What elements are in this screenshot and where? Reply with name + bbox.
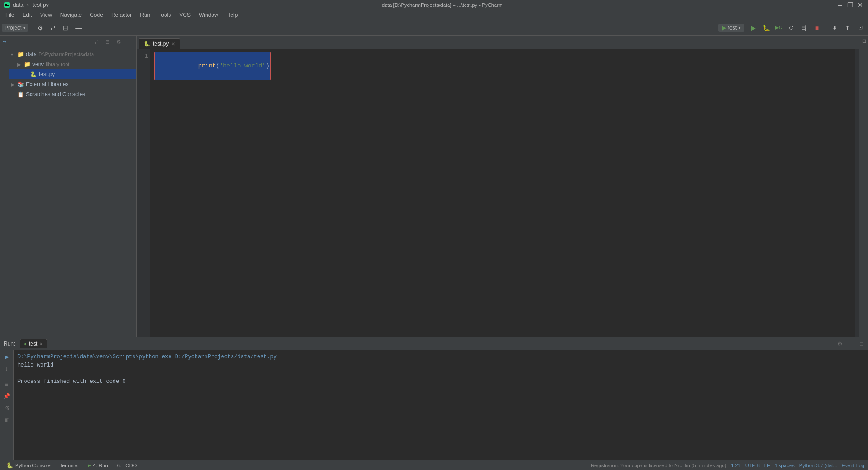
bottom-content: ▶ ↓ ≡ 📌 🖨 🗑 D:\PycharmProjects\data\venv… [0,350,868,460]
editor-tab-label: test.py [153,41,169,47]
status-bar: 🐍 Python Console Terminal ▶ 4: Run 6: TO… [0,460,868,470]
profile-button[interactable]: ⏱ [785,22,797,34]
minimize-button[interactable]: – [836,1,844,9]
right-sidebar: ⊞ [859,36,868,337]
stop-button[interactable]: ■ [811,22,823,34]
python-version[interactable]: Python 3.7 (dat... [799,463,837,468]
run-action-print[interactable]: 🖨 [2,403,12,413]
project-label: Project [5,25,21,31]
bottom-settings-button[interactable]: ⚙ [835,339,844,348]
terminal-toolbar-button[interactable]: ⊡ [854,22,866,34]
python-console-tab[interactable]: 🐍 Python Console [4,461,53,470]
settings-toolbar-button[interactable]: ⚙ [34,22,46,34]
app-icon [4,2,10,8]
code-area[interactable]: print('hello world') [150,49,855,337]
editor-tab-test-py[interactable]: 🐍 test.py ✕ [139,38,180,49]
tree-arrow-ext-libs: ▶ [11,82,17,87]
python-console-label: Python Console [15,463,51,468]
output-line-1: D:\PycharmProjects\data\venv\Scripts\pyt… [17,353,864,361]
menu-item-edit[interactable]: Edit [19,11,36,19]
run-tab-label: test [29,341,37,347]
menu-item-refactor[interactable]: Refactor [108,11,135,19]
tree-label-venv: venv [32,61,44,67]
toolbar-separator [31,23,31,33]
sync-toolbar-button[interactable]: ⇄ [47,22,59,34]
encoding[interactable]: UTF-8 [745,463,760,468]
run-configuration-selector[interactable]: ▶ test ▾ [718,24,744,32]
folder-icon-ext-libs: 📚 [17,81,24,88]
line-separator[interactable]: LF [764,463,770,468]
bottom-left-icons: ▶ ↓ ≡ 📌 🖨 🗑 [0,350,14,460]
close-button[interactable]: ✕ [856,1,864,9]
python-console-icon: 🐍 [6,462,13,469]
run-tab-icon: ● [24,341,27,346]
bottom-panel-tabs: Run: ● test ✕ ⚙ — □ [0,337,868,350]
run-action-list[interactable]: ≡ [2,379,12,389]
run-tab-close[interactable]: ✕ [39,341,43,346]
folder-icon-data: 📁 [17,51,24,57]
layout-toolbar-button[interactable]: ⊟ [60,22,72,34]
right-sidebar-label[interactable]: ⊞ [860,37,868,45]
editor-content: 1 print('hello world') [137,49,859,337]
run-action-delete[interactable]: 🗑 [2,415,12,425]
tree-item-external-libs[interactable]: ▶ 📚 External Libraries [9,79,136,89]
line-number-1: 1 [139,52,148,61]
run-config-icon: ▶ [722,25,726,31]
right-gutter [855,49,859,337]
scratch-icon: 📋 [17,91,24,98]
menu-item-view[interactable]: View [36,11,56,19]
run-tab-test[interactable]: ● test ✕ [20,339,47,348]
file-tree-settings-button[interactable]: ⚙ [114,37,124,47]
cursor-position[interactable]: 1:21 [731,463,740,468]
concurrency-diagram-button[interactable]: ⇶ [798,22,810,34]
svg-rect-2 [5,5,9,6]
run-config-label: test [728,25,737,31]
terminal-tab[interactable]: Terminal [57,462,82,469]
menu-item-code[interactable]: Code [86,11,107,19]
vcs-push-button[interactable]: ⬆ [842,22,853,34]
menu-item-navigate[interactable]: Navigate [57,11,85,19]
file-tree-minimize-button[interactable]: — [124,37,134,47]
bottom-maximize-button[interactable]: □ [857,339,866,348]
tree-sublabel-venv: library root [46,62,69,67]
project-selector[interactable]: Project ▾ [2,24,28,32]
title-bar: data › test.py data [D:\PycharmProjects\… [0,0,868,10]
tree-item-venv[interactable]: ▶ 📁 venv library root [9,59,136,69]
todo-label: 6: TODO [117,463,137,468]
run-action-stop[interactable]: ↓ [2,364,12,374]
run-button[interactable]: ▶ [747,22,759,34]
editor-area: 🐍 test.py ✕ 1 print('hello world') [137,36,859,337]
menu-item-file[interactable]: File [2,11,18,19]
run-with-coverage-button[interactable]: ▶C [773,22,785,34]
vcs-update-button[interactable]: ⬇ [829,22,841,34]
run-output: D:\PycharmProjects\data\venv\Scripts\pyt… [14,350,868,460]
tree-item-test-py[interactable]: ▶ 🐍 test.py [9,69,136,79]
debug-button[interactable]: 🐛 [760,22,772,34]
output-line-2: hello world [17,361,864,369]
registration-msg: Registration: Your copy is licensed to N… [591,463,726,468]
run-tab-arrow: ▶ [88,463,91,468]
menu-item-help[interactable]: Help [223,11,242,19]
tab-close-button[interactable]: ✕ [171,41,175,46]
collapse-all-button[interactable]: ⊟ [103,37,113,47]
sync-files-button[interactable]: ⇄ [92,37,102,47]
menu-item-run[interactable]: Run [136,11,154,19]
tree-item-data-root[interactable]: ▾ 📁 data D:\PycharmProjects\data [9,49,136,59]
menu-item-tools[interactable]: Tools [155,11,175,19]
run-action-play[interactable]: ▶ [2,352,12,362]
minimize-toolbar-button[interactable]: — [72,22,84,34]
project-sidebar-icon[interactable]: 1 [0,37,9,46]
run-action-pin[interactable]: 📌 [2,391,12,401]
menu-item-window[interactable]: Window [195,11,222,19]
folder-icon-venv: 📁 [24,61,31,67]
run-tab[interactable]: ▶ 4: Run [85,462,110,469]
event-log[interactable]: Event Log [842,463,864,468]
terminal-label: Terminal [60,463,79,468]
todo-tab[interactable]: 6: TODO [114,462,140,469]
tree-path-data: D:\PycharmProjects\data [38,52,94,57]
menu-item-vcs[interactable]: VCS [176,11,194,19]
bottom-minimize-button[interactable]: — [846,339,855,348]
restore-button[interactable]: ❐ [846,1,854,9]
tree-item-scratches[interactable]: ▶ 📋 Scratches and Consoles [9,89,136,99]
indentation[interactable]: 4 spaces [775,463,795,468]
